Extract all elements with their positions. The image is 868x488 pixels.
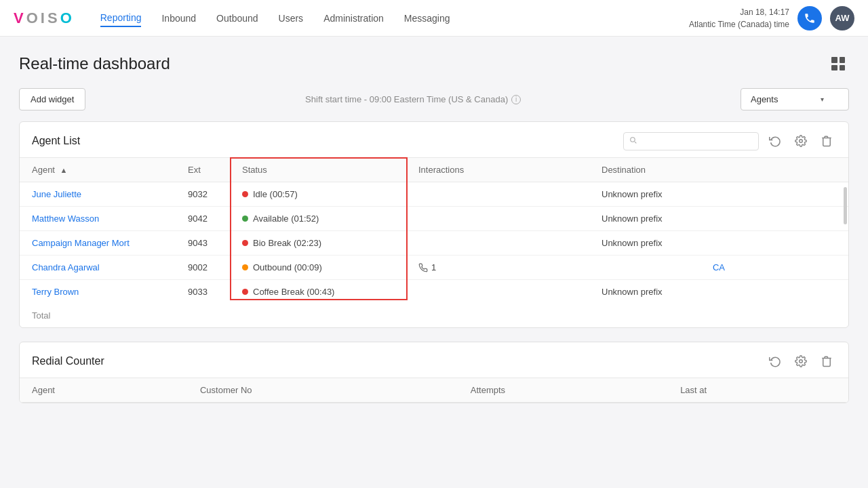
agent-list-actions <box>623 131 836 150</box>
total-label: Total <box>20 304 176 327</box>
logo-s: S <box>47 9 59 27</box>
phone-button[interactable] <box>797 6 822 30</box>
col-status: Status <box>230 158 406 182</box>
status-text: Coffee Break (00:43) <box>253 287 334 297</box>
logo-o: O <box>26 9 39 27</box>
delete-icon[interactable] <box>817 131 836 150</box>
status-dot <box>242 191 248 197</box>
redial-counter-widget: Redial Counter <box>19 342 849 403</box>
grid-cell-3 <box>831 65 837 71</box>
nav-messaging[interactable]: Messaging <box>404 10 450 26</box>
shift-info-text: Shift start time - 09:00 Eastern Time (U… <box>305 94 508 104</box>
agent-list-title: Agent List <box>32 135 80 147</box>
interactions-cell <box>406 207 589 231</box>
nav-reporting[interactable]: Reporting <box>100 9 142 27</box>
ext-cell: 9002 <box>176 256 230 280</box>
status-cell: Coffee Break (00:43) <box>230 280 406 304</box>
header-right: Jan 18, 14:17 Atlantic Time (Canada) tim… <box>689 6 854 30</box>
nav-users[interactable]: Users <box>279 10 304 26</box>
destination-text: Unknown prefix <box>601 214 663 224</box>
agent-link[interactable]: Terry Brown <box>32 287 79 297</box>
destination-link[interactable]: CA <box>713 262 725 272</box>
logo[interactable]: V O I S O <box>14 9 73 27</box>
status-cell: Available (01:52) <box>230 207 406 231</box>
destination-cell: Unknown prefix <box>589 182 848 207</box>
status-text: Available (01:52) <box>253 214 319 224</box>
datetime-display: Jan 18, 14:17 Atlantic Time (Canada) tim… <box>689 6 789 30</box>
col-destination: Destination <box>589 158 848 182</box>
nav-administration[interactable]: Administration <box>323 10 384 26</box>
agent-name-cell: June Juliette <box>20 182 176 207</box>
redial-header-row: Agent Customer No Attempts Last at <box>20 378 848 403</box>
scrollbar[interactable] <box>844 187 847 224</box>
destination-text: Unknown prefix <box>601 189 663 199</box>
svg-point-1 <box>800 360 803 363</box>
destination-cell: Unknown prefix <box>589 231 848 256</box>
main-nav: Reporting Inbound Outbound Users Adminis… <box>100 9 669 27</box>
logo-o2: O <box>60 9 73 27</box>
grid-cell-4 <box>840 65 846 71</box>
grid-view-icon[interactable] <box>827 53 849 75</box>
agent-table: Agent ▲ Ext Status Interactions Destinat… <box>20 157 848 327</box>
timezone: Atlantic Time (Canada) time <box>689 18 789 30</box>
redial-col-customer: Customer No <box>188 378 458 403</box>
destination-cell: Unknown prefix <box>589 280 848 304</box>
agent-name-cell: Matthew Wasson <box>20 207 176 231</box>
main-content: Real-time dashboard Add widget Shift sta… <box>0 37 868 420</box>
dashboard-toolbar: Add widget Shift start time - 09:00 East… <box>19 88 849 110</box>
status-cell: Outbound (00:09) <box>230 256 406 280</box>
nav-outbound[interactable]: Outbound <box>216 10 258 26</box>
agent-table-wrap: Agent ▲ Ext Status Interactions Destinat… <box>20 157 848 327</box>
status-dot <box>242 264 248 270</box>
destination-cell: CA <box>589 256 848 280</box>
agent-list-widget: Agent List <box>19 121 849 328</box>
agents-dropdown[interactable]: Agents ▾ <box>741 88 849 110</box>
status-dot <box>242 289 248 295</box>
interaction-count: 1 <box>431 262 436 272</box>
avatar-button[interactable]: AW <box>830 6 854 30</box>
agent-link[interactable]: Chandra Agarwal <box>32 262 100 272</box>
info-icon[interactable]: i <box>511 95 521 104</box>
destination-text: Unknown prefix <box>601 287 663 297</box>
phone-icon <box>804 12 816 24</box>
grid-cell-1 <box>831 57 837 63</box>
col-interactions: Interactions <box>406 158 589 182</box>
table-row: Chandra Agarwal 9002 Outbound (00:09) 1 … <box>20 256 848 280</box>
agent-name-cell: Campaign Manager Mort <box>20 231 176 256</box>
agent-search-wrap <box>623 132 759 150</box>
status-dot <box>242 216 248 222</box>
history-icon[interactable] <box>766 131 785 150</box>
agent-link[interactable]: Matthew Wasson <box>32 214 99 224</box>
ext-cell: 9032 <box>176 182 230 207</box>
chevron-down-icon: ▾ <box>821 96 824 103</box>
redial-col-agent: Agent <box>20 378 188 403</box>
status-text: Idle (00:57) <box>253 189 298 199</box>
add-widget-button[interactable]: Add widget <box>19 88 85 110</box>
agent-search-input[interactable] <box>623 132 759 150</box>
logo-v: V <box>14 9 25 27</box>
interactions-cell: 1 <box>406 256 589 280</box>
grid-cell-2 <box>840 57 846 63</box>
interactions-cell <box>406 231 589 256</box>
agent-link[interactable]: June Juliette <box>32 189 81 199</box>
ext-cell: 9043 <box>176 231 230 256</box>
settings-icon[interactable] <box>791 131 810 150</box>
redial-history-icon[interactable] <box>766 352 785 371</box>
logo-i: I <box>41 9 46 27</box>
redial-settings-icon[interactable] <box>791 352 810 371</box>
col-ext: Ext <box>176 158 230 182</box>
status-text: Outbound (00:09) <box>253 262 322 272</box>
agent-link[interactable]: Campaign Manager Mort <box>32 238 130 248</box>
shift-info: Shift start time - 09:00 Eastern Time (U… <box>305 94 521 104</box>
agent-name-cell: Terry Brown <box>20 280 176 304</box>
redial-table: Agent Customer No Attempts Last at <box>20 378 848 403</box>
svg-point-0 <box>800 140 803 143</box>
redial-title: Redial Counter <box>32 355 104 367</box>
ext-cell: 9033 <box>176 280 230 304</box>
nav-inbound[interactable]: Inbound <box>161 10 196 26</box>
agents-dropdown-label: Agents <box>751 94 778 104</box>
page-title: Real-time dashboard <box>19 54 170 73</box>
table-row: Matthew Wasson 9042 Available (01:52) Un… <box>20 207 848 231</box>
redial-delete-icon[interactable] <box>817 352 836 371</box>
date-time: Jan 18, 14:17 <box>689 6 789 18</box>
